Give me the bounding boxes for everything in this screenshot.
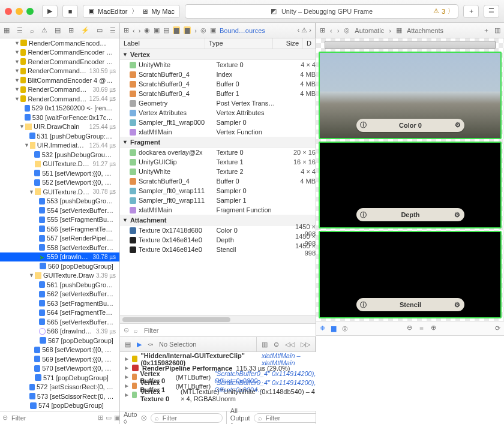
- filter-icon[interactable]: ⊞: [98, 414, 103, 422]
- back-icon[interactable]: ‹: [330, 27, 332, 34]
- crumb-icon[interactable]: ◎: [200, 26, 206, 34]
- horizontal-scrollbar[interactable]: [120, 315, 316, 323]
- grid-icon[interactable]: ⊞: [124, 26, 129, 34]
- resource-row[interactable]: xlatMtlMainVertex FunctionL: [120, 127, 316, 137]
- tree-row[interactable]: 564 [setFragmentTextu…: [0, 308, 119, 318]
- output-scope-selector[interactable]: All Output ◊: [230, 407, 250, 425]
- resource-row[interactable]: Sampler_flt0_wrap111Sampler 0F: [120, 186, 316, 196]
- gear-icon[interactable]: ⚙: [455, 121, 461, 129]
- tree-row[interactable]: ▼RenderCommandEncoder 1 @0…: [0, 48, 119, 58]
- variables-filter[interactable]: ⌕: [151, 413, 223, 423]
- col-label[interactable]: Label: [120, 38, 205, 49]
- tree-row[interactable]: 573 [setScissorRect:{0, 0, 1…: [0, 392, 119, 401]
- tree-row[interactable]: 556 [setFragmentTextu…: [0, 224, 119, 234]
- filter-scope-icon[interactable]: ⊝: [2, 414, 8, 422]
- nav-tab-icon[interactable]: ▦: [4, 26, 10, 34]
- zoom-out-icon[interactable]: ⊖: [407, 324, 412, 333]
- tree-row[interactable]: ➤559 [drawInde…30.78 µs: [0, 252, 119, 262]
- info-icon[interactable]: ⓘ: [360, 300, 367, 309]
- tree-row[interactable]: 566 [drawIndex…3.39 µs: [0, 327, 119, 336]
- console-filter[interactable]: ⌕: [254, 413, 326, 423]
- tree-row[interactable]: 570 [setViewport:{{0, 0, 1…: [0, 364, 119, 374]
- resource-row[interactable]: UnityGUIClipTexture 116 × 16A: [120, 157, 316, 167]
- tree-row[interactable]: 572 [setScissorRect:{0, 4, 40,…: [0, 383, 119, 392]
- add-icon[interactable]: ＋: [483, 26, 490, 35]
- minimize-dot[interactable]: [16, 8, 23, 15]
- tree-row[interactable]: ▼GUITexture.Draw3.39 µs: [0, 271, 119, 281]
- crumb-icon[interactable]: ▤: [163, 26, 169, 34]
- info-icon[interactable]: ⓘ: [360, 121, 367, 130]
- resource-group-header[interactable]: ▼ Vertex: [120, 49, 316, 60]
- tree-row[interactable]: 568 [setViewport:{{0, 0, 1…: [0, 345, 119, 355]
- back-icon[interactable]: ‹: [133, 27, 135, 34]
- col-size[interactable]: Size: [273, 38, 303, 49]
- nav-tab-icon[interactable]: ▭: [97, 26, 103, 34]
- crumb-icon[interactable]: ◉: [144, 26, 150, 34]
- nav-tab-icon[interactable]: ▤: [55, 26, 61, 34]
- resource-row[interactable]: GeometryPost Vertex Trans…: [120, 98, 316, 108]
- tree-row[interactable]: 551 [setViewport:{{0, 0, 1…: [0, 169, 119, 178]
- attachment-thumbnail[interactable]: ⓘColor 0⚙: [319, 52, 502, 139]
- tree-row[interactable]: 555 [setFragmentBuffe…: [0, 215, 119, 225]
- tree-row[interactable]: 560 [popDebugGroup]: [0, 261, 119, 271]
- resource-row[interactable]: ScratchBuffer0_4Index4 MBC: [120, 70, 316, 79]
- filter-icon[interactable]: ▭: [106, 414, 112, 422]
- nav-tab-icon[interactable]: ☰: [17, 26, 23, 34]
- zoom-dot[interactable]: [26, 8, 34, 15]
- run-button[interactable]: ▶: [42, 5, 58, 18]
- grid-icon[interactable]: ⊞: [320, 26, 325, 34]
- nav-tab-icon[interactable]: ☰: [110, 26, 116, 34]
- tree-row[interactable]: ▼BlitCommandEncoder 4 @ 0-0 0x…: [0, 76, 119, 85]
- step-over-icon[interactable]: ⤼: [148, 341, 153, 348]
- variables-view[interactable]: ▶"Hidden/Internal-GUITextureClip" (0x115…: [120, 352, 325, 411]
- navigator-filter-input[interactable]: [10, 414, 95, 422]
- tree-row[interactable]: 561 [pushDebugGroup:…: [0, 280, 119, 290]
- tree-row[interactable]: ▼RenderCommandEnc…125.44 µs: [0, 94, 119, 104]
- tree-row[interactable]: 557 [setRenderPipeline…: [0, 234, 119, 243]
- crumb-icon[interactable]: ›: [194, 27, 197, 34]
- tree-row[interactable]: 553 [pushDebugGroup:…: [0, 197, 119, 206]
- fwd-icon[interactable]: ›: [139, 27, 141, 34]
- zoom-in-icon[interactable]: ⊕: [431, 324, 436, 333]
- close-dot[interactable]: [5, 8, 12, 15]
- tree-row[interactable]: 529 0x115260200 <- [renderCo…: [0, 104, 119, 113]
- tree-row[interactable]: ▼UIR.DrawChain125.44 µs: [0, 122, 119, 132]
- crumb-icon[interactable]: ▣: [210, 26, 216, 34]
- equal-icon[interactable]: ＝: [418, 324, 425, 333]
- nav-tab-icon[interactable]: ⚠: [41, 26, 47, 34]
- nav-tab-icon[interactable]: ⚡: [81, 26, 89, 34]
- resource-row[interactable]: ScratchBuffer0_4Buffer 14 MBC: [120, 89, 316, 98]
- editor-layout-button[interactable]: ☰: [484, 5, 499, 18]
- tree-row[interactable]: ▼GUITexture.Draw30.78 µs: [0, 187, 119, 197]
- step-icon[interactable]: ▷▷: [301, 341, 310, 348]
- toggle-breakpoints-icon[interactable]: ▤: [125, 341, 131, 348]
- tree-row[interactable]: GUITexture.Draw91.27 µs: [0, 160, 119, 169]
- tree-row[interactable]: 532 [pushDebugGroup:"U…: [0, 150, 119, 160]
- call-tree[interactable]: ▼RenderCommandEncod…▼RenderCommandEncode…: [0, 38, 119, 411]
- resource-list[interactable]: ▼ VertexUnityWhiteTexture 04 × 4FScratch…: [120, 49, 316, 315]
- attachment-thumbnail[interactable]: ⓘStencil⚙: [319, 231, 502, 318]
- auto-scope-selector[interactable]: Auto ◊: [124, 411, 137, 425]
- tree-row[interactable]: ▼RenderCommandEncod…: [0, 38, 119, 48]
- tree-row[interactable]: ▼UIR.ImmediateRen…125.44 µs: [0, 141, 119, 151]
- scheme-selector[interactable]: ▣ MacEditor 〉 🖥 My Mac: [83, 5, 180, 18]
- debug-line[interactable]: ▶Vertex Texture 0 (MTLTexture) "UnityWhi…: [125, 390, 319, 399]
- gear-icon[interactable]: ⚙: [454, 301, 460, 309]
- auto-icon[interactable]: ◎: [344, 26, 350, 34]
- fit-icon[interactable]: ⟳: [495, 324, 500, 332]
- continue-icon[interactable]: ▶: [137, 341, 142, 348]
- tree-row[interactable]: 531 [pushDebugGroup:"UIR…: [0, 131, 119, 141]
- crumb-icon[interactable]: ▆: [173, 26, 180, 34]
- col-d[interactable]: D: [303, 38, 316, 49]
- nav-tab-icon[interactable]: ⌕: [30, 27, 34, 34]
- crop-icon[interactable]: ▆: [331, 324, 336, 332]
- filter-icon[interactable]: ▣: [114, 414, 120, 422]
- tree-row[interactable]: 571 [popDebugGroup]: [0, 373, 119, 383]
- tree-row[interactable]: ▼RenderCommandEnco…30.69 µs: [0, 85, 119, 95]
- step-icon[interactable]: ⊜: [274, 341, 279, 348]
- layout-icon[interactable]: ▥: [494, 26, 500, 34]
- resource-row[interactable]: Texture 0x146e814e0Stencil1450 × 998D: [120, 245, 316, 254]
- crumb-icon[interactable]: ▆: [184, 26, 191, 34]
- tree-row[interactable]: 565 [setVertexBufferOf…: [0, 317, 119, 327]
- tree-row[interactable]: 558 [setVertexBufferOf…: [0, 243, 119, 252]
